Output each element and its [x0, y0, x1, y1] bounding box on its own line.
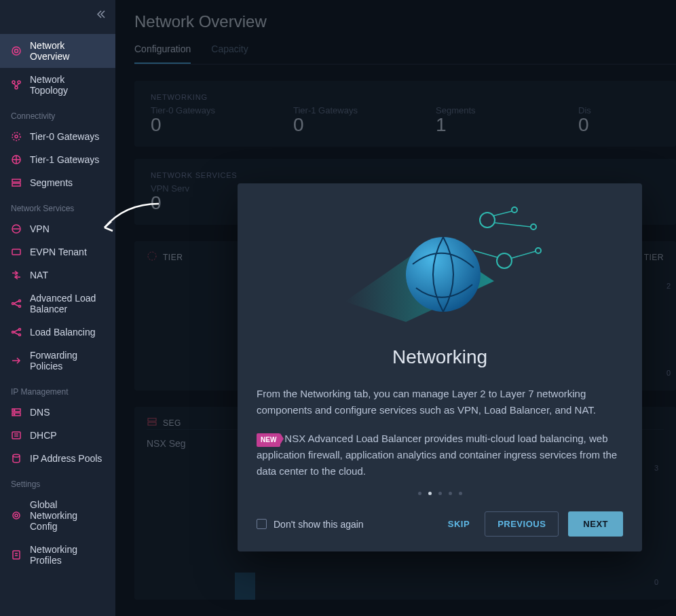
topology-icon — [11, 79, 22, 90]
sidebar-item-label: Advanced Load Balancer — [30, 293, 105, 314]
sidebar-item-label: Tier-0 Gateways — [30, 131, 99, 142]
overview-icon — [11, 46, 22, 56]
sidebar-item-dhcp[interactable]: DHCP — [0, 424, 115, 447]
checkbox-icon[interactable] — [257, 519, 267, 529]
sidebar-item-label: Tier-1 Gateways — [30, 154, 99, 165]
sidebar-group-ip-management: IP Management — [0, 378, 115, 401]
sidebar-item-network-overview[interactable]: Network Overview — [0, 34, 115, 68]
svg-point-36 — [497, 253, 512, 268]
seg-icon — [147, 416, 157, 429]
tier-chart-icon — [147, 251, 157, 264]
svg-point-23 — [13, 454, 20, 457]
svg-point-1 — [15, 50, 18, 53]
sidebar-item-segments[interactable]: Segments — [0, 171, 115, 194]
stat-tier1: Tier-1 Gateways 0 — [293, 105, 375, 134]
next-button[interactable]: NEXT — [568, 511, 623, 537]
segments-icon — [11, 177, 22, 188]
sidebar-item-label: Forwarding Policies — [30, 350, 105, 372]
sidebar-item-global-net-config[interactable]: Global Networking Config — [0, 493, 115, 538]
sidebar-item-tier1-gateways[interactable]: Tier-1 Gateways — [0, 148, 115, 171]
sidebar-item-label: Segments — [30, 177, 73, 188]
svg-point-35 — [531, 224, 536, 230]
sidebar-item-lb[interactable]: Load Balancing — [0, 321, 115, 344]
dot[interactable] — [459, 492, 462, 495]
sidebar-group-connectivity: Connectivity — [0, 102, 115, 125]
sidebar-item-label: Network Topology — [30, 74, 105, 96]
sidebar-item-dns[interactable]: DNS — [0, 401, 115, 424]
svg-point-3 — [18, 81, 20, 84]
new-badge: NEW — [257, 433, 280, 447]
sidebar-item-forwarding-policies[interactable]: Forwarding Policies — [0, 344, 115, 378]
stat-dis: Dis 0 — [578, 105, 660, 134]
svg-point-37 — [536, 248, 541, 253]
dot[interactable] — [438, 492, 442, 495]
sidebar-item-label: Network Overview — [30, 40, 105, 62]
page-title: Network Overview — [134, 12, 676, 31]
dot[interactable] — [418, 492, 421, 495]
card-label: NETWORK SERVICES — [151, 171, 660, 179]
profile-icon — [11, 549, 22, 560]
sidebar-item-network-topology[interactable]: Network Topology — [0, 68, 115, 102]
tier0-icon — [11, 131, 22, 142]
chart-title: TIER — [644, 253, 664, 262]
svg-rect-11 — [12, 249, 20, 255]
tab-capacity[interactable]: Capacity — [211, 43, 248, 64]
svg-rect-30 — [148, 422, 156, 425]
svg-point-33 — [480, 213, 495, 228]
chevrons-left-icon — [96, 10, 106, 19]
sidebar-item-nat[interactable]: NAT — [0, 264, 115, 287]
svg-point-21 — [14, 414, 15, 415]
sidebar-item-label: VPN — [30, 223, 50, 234]
dont-show-checkbox[interactable]: Don't show this again — [257, 519, 364, 530]
svg-point-6 — [15, 135, 18, 138]
modal-pagination-dots — [257, 492, 623, 495]
previous-button[interactable]: PREVIOUS — [485, 511, 559, 537]
modal-paragraph-2: NEWNSX Advanced Load Balancer provides m… — [257, 431, 623, 479]
svg-point-20 — [14, 410, 15, 411]
tour-modal: Networking From the Networking tab, you … — [238, 183, 642, 551]
tier1-icon — [11, 154, 22, 165]
svg-rect-26 — [13, 551, 20, 559]
sidebar-item-label: IP Address Pools — [30, 453, 102, 464]
sidebar-item-label: DHCP — [30, 430, 57, 441]
chart-axis: 3 0 — [654, 464, 658, 586]
tab-configuration[interactable]: Configuration — [134, 43, 191, 64]
sidebar-collapse-button[interactable] — [96, 10, 106, 21]
sidebar-item-label: Load Balancing — [30, 327, 96, 338]
sidebar-item-evpn-tenant[interactable]: EVPN Tenant — [0, 240, 115, 264]
chart-title: TIER — [163, 253, 183, 262]
sidebar-item-ip-pools[interactable]: IP Address Pools — [0, 447, 115, 470]
svg-point-24 — [13, 512, 20, 519]
svg-point-34 — [512, 207, 517, 213]
dhcp-icon — [11, 430, 22, 441]
svg-point-25 — [15, 514, 18, 517]
stat-segments: Segments 1 — [436, 105, 517, 134]
adv-lb-icon — [11, 298, 22, 309]
sidebar-item-label: Networking Profiles — [30, 544, 105, 566]
seg-title: SEG — [163, 418, 181, 428]
lb-icon — [11, 327, 22, 338]
evpn-icon — [11, 247, 22, 257]
svg-point-0 — [12, 47, 20, 55]
sidebar-group-settings: Settings — [0, 470, 115, 493]
sidebar: Network Overview Network Topology Connec… — [0, 0, 115, 616]
vpn-icon — [11, 223, 22, 234]
svg-rect-8 — [12, 179, 20, 182]
checkbox-label: Don't show this again — [274, 519, 364, 530]
svg-point-27 — [148, 252, 156, 260]
ip-pools-icon — [11, 453, 22, 464]
dot-active[interactable] — [428, 492, 432, 495]
sidebar-item-label: Global Networking Config — [30, 499, 105, 532]
svg-rect-9 — [12, 183, 20, 186]
modal-title: Networking — [257, 346, 623, 368]
sidebar-item-networking-profiles[interactable]: Networking Profiles — [0, 538, 115, 572]
sidebar-item-label: EVPN Tenant — [30, 247, 87, 257]
gear-icon — [11, 510, 22, 521]
dot[interactable] — [449, 492, 452, 495]
sidebar-item-label: DNS — [30, 407, 50, 418]
chart-bar — [235, 573, 255, 600]
skip-button[interactable]: SKIP — [443, 512, 475, 536]
svg-point-2 — [12, 81, 15, 84]
sidebar-item-tier0-gateways[interactable]: Tier-0 Gateways — [0, 125, 115, 148]
sidebar-item-adv-lb[interactable]: Advanced Load Balancer — [0, 287, 115, 321]
